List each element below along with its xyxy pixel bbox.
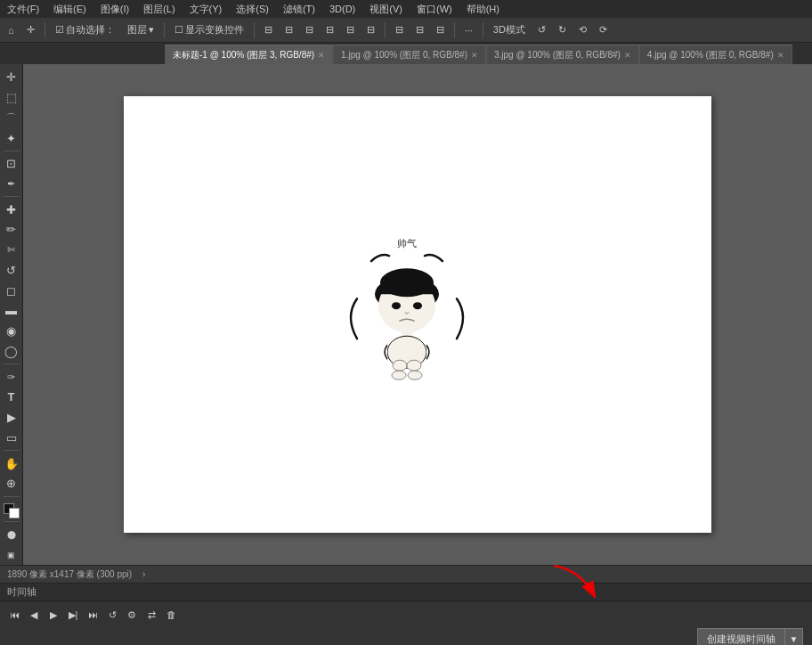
tab-4jpg-close[interactable]: ✕: [777, 51, 784, 60]
tool-zoom[interactable]: ⊕: [2, 474, 21, 494]
toolbar-separator-1: [45, 22, 45, 38]
tool-healing[interactable]: ✚: [2, 200, 21, 219]
threed-label: 3D模式: [493, 23, 525, 37]
color-swatches[interactable]: [4, 503, 20, 519]
svg-point-3: [392, 302, 401, 309]
tab-untitled[interactable]: 未标题-1 @ 100% (图层 3, RGB/8#) ✕: [165, 45, 333, 64]
move-tool-button[interactable]: ✛: [22, 20, 39, 40]
tool-magic-wand[interactable]: ✦: [2, 128, 21, 148]
tab-3jpg[interactable]: 3.jpg @ 100% (图层 0, RGB/8#) ✕: [486, 45, 639, 64]
align-center-button[interactable]: ⊟: [280, 20, 297, 40]
tl-prev-frame[interactable]: ◀: [27, 608, 41, 622]
tool-sep-3: [4, 363, 20, 364]
layer-dropdown-button[interactable]: 图层 ▾: [123, 20, 158, 40]
tool-path-select[interactable]: ▶: [2, 408, 21, 428]
toolbar-separator-3: [254, 22, 255, 38]
align-middle-icon: ⊟: [346, 24, 354, 36]
background-color[interactable]: [9, 508, 20, 518]
distribute2-button[interactable]: ⊟: [411, 20, 428, 40]
tool-pen[interactable]: ✑: [2, 367, 21, 387]
zoom-icon: ⊕: [6, 477, 16, 490]
svg-point-7: [393, 360, 407, 371]
menu-help[interactable]: 帮助(H): [463, 2, 503, 17]
tool-crop[interactable]: ⊡: [2, 154, 21, 174]
threed-mode-button[interactable]: 3D模式: [489, 20, 530, 40]
quick-mask-button[interactable]: ⬤: [2, 525, 21, 544]
threed-btn2[interactable]: ↻: [554, 20, 571, 40]
menu-edit[interactable]: 编辑(E): [50, 2, 90, 17]
tool-blur[interactable]: ◉: [2, 322, 21, 341]
tool-eraser[interactable]: ◻: [2, 281, 21, 300]
canvas-frame: 帅气: [124, 96, 711, 533]
tool-move[interactable]: ✛: [2, 68, 21, 87]
menu-window[interactable]: 窗口(W): [413, 2, 456, 17]
tab-1jpg[interactable]: 1.jpg @ 100% (图层 0, RGB/8#) ✕: [333, 45, 486, 64]
last-frame-icon: ⏭: [88, 609, 98, 620]
distribute-button[interactable]: ⊟: [391, 20, 408, 40]
align-top-button[interactable]: ⊟: [321, 20, 338, 40]
auto-select-button[interactable]: ☑ 自动选择：: [51, 20, 119, 40]
tool-eyedropper[interactable]: ✒: [2, 175, 21, 194]
tab-3jpg-close[interactable]: ✕: [624, 51, 631, 60]
more-options-button[interactable]: ···: [460, 20, 477, 40]
menu-text[interactable]: 文字(Y): [186, 2, 226, 17]
show-transform-button[interactable]: ☐ 显示变换控件: [170, 20, 248, 40]
create-video-button[interactable]: 创建视频时间轴: [697, 628, 785, 645]
tl-settings-icon: ⚙: [127, 609, 136, 621]
svg-point-8: [407, 360, 421, 371]
tool-dodge[interactable]: ◯: [2, 342, 21, 362]
tl-play[interactable]: ▶: [46, 608, 61, 622]
threed-icon2: ↻: [558, 24, 566, 36]
tl-loop[interactable]: ↺: [105, 608, 119, 622]
crop-icon: ⊡: [6, 157, 16, 170]
status-dimensions: 1890 像素 x1417 像素 (300 ppi): [7, 568, 132, 581]
timeline-header: 时间轴: [0, 584, 812, 601]
menu-view[interactable]: 视图(V): [366, 2, 406, 17]
tl-settings[interactable]: ⚙: [125, 608, 139, 622]
svg-point-9: [392, 371, 406, 380]
align-right-icon: ⊟: [305, 24, 313, 36]
tl-convert[interactable]: ⇄: [144, 608, 158, 622]
tool-brush[interactable]: ✏: [2, 220, 21, 240]
lasso-icon: ⌒: [6, 111, 16, 125]
tl-first-frame[interactable]: ⏮: [7, 608, 21, 622]
align-bottom-button[interactable]: ⊟: [362, 20, 379, 40]
align-middle-button[interactable]: ⊟: [342, 20, 359, 40]
tool-sep-6: [4, 521, 20, 522]
home-button[interactable]: ⌂: [4, 20, 19, 40]
tab-4jpg[interactable]: 4.jpg @ 100% (图层 0, RGB/8#) ✕: [639, 45, 792, 64]
distribute3-button[interactable]: ⊟: [432, 20, 449, 40]
tool-shape[interactable]: ▭: [2, 428, 21, 447]
align-left-button[interactable]: ⊟: [260, 20, 277, 40]
threed-btn1[interactable]: ↺: [533, 20, 550, 40]
create-video-dropdown-button[interactable]: ▼: [785, 628, 803, 645]
distribute-icon: ⊟: [395, 24, 403, 36]
tool-hand[interactable]: ✋: [2, 453, 21, 473]
tab-1jpg-close[interactable]: ✕: [471, 51, 478, 60]
menu-3d[interactable]: 3D(D): [326, 3, 359, 15]
tool-history-brush[interactable]: ↺: [2, 261, 21, 281]
menu-file[interactable]: 文件(F): [4, 2, 43, 17]
tool-text[interactable]: T: [2, 388, 21, 407]
tl-delete[interactable]: 🗑: [164, 608, 178, 622]
threed-btn4[interactable]: ⟳: [595, 20, 612, 40]
menu-layer[interactable]: 图层(L): [140, 2, 178, 17]
toolbar-separator-5: [454, 22, 455, 38]
path-select-icon: ▶: [7, 411, 16, 424]
menu-bar: 文件(F) 编辑(E) 图像(I) 图层(L) 文字(Y) 选择(S) 滤镜(T…: [0, 0, 812, 18]
menu-select[interactable]: 选择(S): [232, 2, 272, 17]
tab-untitled-close[interactable]: ✕: [318, 51, 325, 60]
tl-last-frame[interactable]: ⏭: [85, 608, 100, 622]
tool-lasso[interactable]: ⌒: [2, 108, 21, 127]
marquee-icon: ⬚: [6, 91, 17, 104]
tool-clone[interactable]: ✄: [2, 241, 21, 260]
tool-gradient[interactable]: ▬: [2, 301, 21, 321]
menu-filter[interactable]: 滤镜(T): [280, 2, 319, 17]
tl-next-frame[interactable]: ▶|: [66, 608, 80, 622]
screen-mode-button[interactable]: ▣: [2, 545, 21, 565]
align-right-button[interactable]: ⊟: [301, 20, 318, 40]
menu-image[interactable]: 图像(I): [97, 2, 133, 17]
tool-marquee[interactable]: ⬚: [2, 88, 21, 108]
transform-checkbox-icon: ☐: [175, 24, 183, 36]
threed-btn3[interactable]: ⟲: [574, 20, 591, 40]
